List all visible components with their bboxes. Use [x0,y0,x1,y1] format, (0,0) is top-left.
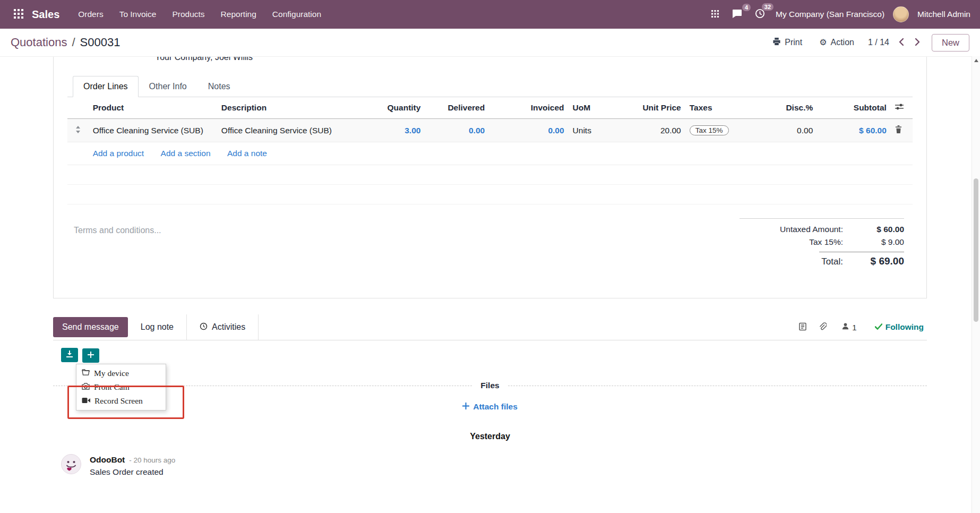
chatter-toolbar-right: 1 Following [798,322,927,332]
log-note-button[interactable]: Log note [128,314,186,340]
attach-actions-row: My device Front Cam Record Screen [53,348,927,363]
company-switcher[interactable]: My Company (San Francisco) [776,10,884,19]
date-divider: Yesterday [53,432,927,441]
cell-taxes[interactable]: Tax 15% [685,119,761,142]
col-taxes[interactable]: Taxes [685,97,761,119]
activities-schedule-button[interactable]: Activities [187,314,258,340]
notebook-tabs: Order Lines Other Info Notes [67,76,913,97]
add-a-note-link[interactable]: Add a note [227,149,267,158]
tax-label: Tax 15%: [809,237,843,247]
col-product[interactable]: Product [89,97,217,119]
check-icon [875,322,882,332]
drag-handle[interactable] [67,119,89,142]
following-button[interactable]: Following [872,322,927,332]
cell-description[interactable]: Office Cleaning Service (SUB) [217,119,367,142]
col-unit-price[interactable]: Unit Price [614,97,685,119]
chatter-toolbar: Send message Log note Activities [53,314,927,340]
add-links-row: Add a product Add a section Add a note [67,142,913,165]
user-avatar[interactable] [893,6,909,22]
menu-item-label: Record Screen [94,395,143,407]
new-button[interactable]: New [932,34,969,52]
nav-item-orders[interactable]: Orders [70,0,111,29]
send-message-button[interactable]: Send message [53,317,128,337]
nav-item-products[interactable]: Products [164,0,212,29]
cell-uom[interactable]: Units [569,119,614,142]
menu-item-record-screen[interactable]: Record Screen [76,394,166,408]
message-content: OdooBot - 20 hours ago Sales Order creat… [90,454,175,477]
nav-item-to-invoice[interactable]: To Invoice [111,0,165,29]
systray: 4 32 My Company (San Francisco) Mitchell… [709,6,970,22]
apps-grid-icon [14,9,23,20]
nav-item-reporting[interactable]: Reporting [213,0,264,29]
tab-order-lines[interactable]: Order Lines [73,76,139,97]
pager-previous-button[interactable] [898,37,905,49]
messages-button[interactable]: 4 [729,7,744,22]
optional-columns-button[interactable] [895,103,904,112]
tab-notes[interactable]: Notes [197,76,241,97]
messages-badge: 4 [742,4,751,11]
app-name[interactable]: Sales [32,8,59,21]
col-invoiced[interactable]: Invoiced [489,97,568,119]
plus-square-icon [462,402,469,412]
add-a-section-link[interactable]: Add a section [161,149,211,158]
tax-tag[interactable]: Tax 15% [690,125,729,135]
scroll-up-arrow-icon[interactable] [974,59,978,62]
paperclip-icon [819,322,827,332]
add-attachment-button[interactable] [82,348,99,363]
cell-invoiced[interactable]: 0.00 [489,119,568,142]
add-a-product-link[interactable]: Add a product [93,149,144,158]
breadcrumb-quotations-link[interactable]: Quotations [11,36,67,49]
systray-grid-button[interactable] [709,8,721,21]
cell-quantity[interactable]: 3.00 [366,119,425,142]
attach-files-link[interactable]: Attach files [462,402,518,412]
col-subtotal[interactable]: Subtotal [817,97,891,119]
col-uom[interactable]: UoM [569,97,614,119]
message-body: Sales Order created [90,467,175,477]
full-composer-button[interactable] [798,322,807,332]
tax-row: Tax 15%: $ 9.00 [740,236,904,249]
odoobot-avatar [61,454,81,477]
sheet-bottom: Terms and conditions... Untaxed Amount: … [67,218,913,269]
control-panel-right: Print ⚙ Action 1 / 14 New [769,34,969,52]
col-quantity[interactable]: Quantity [366,97,425,119]
col-delivered[interactable]: Delivered [425,97,489,119]
cell-delivered[interactable]: 0.00 [425,119,489,142]
message-author[interactable]: OdooBot [90,455,125,465]
divider-line [508,386,927,386]
sliders-icon [895,103,904,112]
form-sheet: Your Company, Joel Willis Order Lines Ot… [53,57,927,298]
followers-button[interactable]: 1 [838,322,859,332]
vertical-scrollbar[interactable] [972,56,980,513]
delete-line-button[interactable] [895,125,902,135]
cell-product[interactable]: Office Cleaning Service (SUB) [89,119,217,142]
col-disc[interactable]: Disc.% [761,97,818,119]
nav-item-configuration[interactable]: Configuration [264,0,329,29]
apps-menu-button[interactable] [10,6,28,23]
order-line-row[interactable]: Office Cleaning Service (SUB) Office Cle… [67,119,913,142]
order-lines-table: Product Description Quantity Delivered I… [67,97,913,204]
pager-next-button[interactable] [914,37,921,49]
scrollbar-thumb[interactable] [974,178,978,322]
cell-disc[interactable]: 0.00 [761,119,818,142]
video-camera-icon [82,395,90,407]
attachments-button[interactable] [819,322,827,332]
user-menu[interactable]: Mitchell Admin [917,10,970,19]
action-button[interactable]: ⚙ Action [816,37,857,48]
terms-placeholder[interactable]: Terms and conditions... [67,218,161,269]
cell-unit-price[interactable]: 20.00 [614,119,685,142]
untaxed-amount-row: Untaxed Amount: $ 60.00 [740,223,904,236]
handle-column-header [67,97,89,119]
print-button[interactable]: Print [769,37,805,48]
upload-file-button[interactable] [61,348,78,362]
tab-other-info[interactable]: Other Info [139,76,197,97]
untaxed-amount-label: Untaxed Amount: [780,225,843,234]
cell-subtotal[interactable]: $ 60.00 [817,119,891,142]
pager-counter: 1 / 14 [868,38,889,47]
activities-button[interactable]: 32 [753,6,767,22]
attach-files-label: Attach files [473,402,518,412]
small-grid-icon [711,10,719,19]
col-description[interactable]: Description [217,97,367,119]
sort-handle-icon [75,126,81,135]
menu-item-my-device[interactable]: My device [76,366,166,380]
menu-item-front-cam[interactable]: Front Cam [76,380,166,394]
